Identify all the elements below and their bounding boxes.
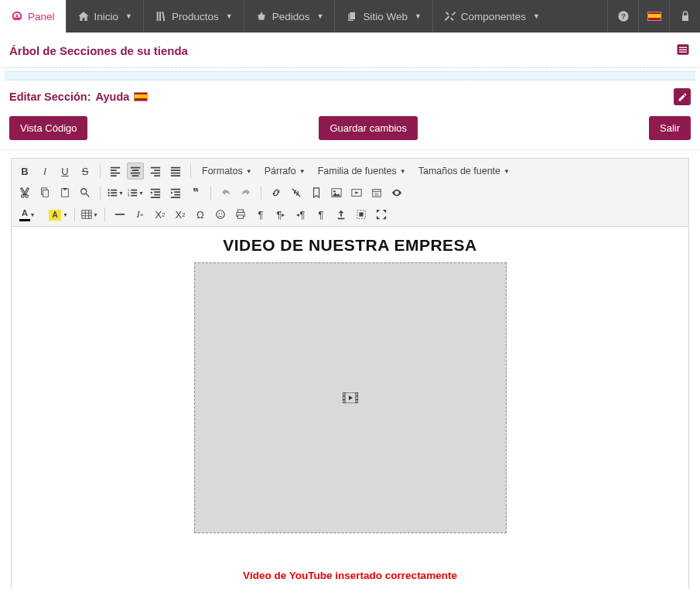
tools-icon: [444, 10, 456, 22]
editor-canvas[interactable]: VIDEO DE NUESTRA EMPRESA Vídeo de YouTub…: [12, 227, 688, 589]
align-right-button[interactable]: [147, 163, 164, 180]
preview-button[interactable]: [388, 184, 405, 201]
bookmark-button[interactable]: [308, 184, 325, 201]
svg-rect-29: [237, 215, 243, 218]
media-button[interactable]: [348, 184, 365, 201]
outdent-button[interactable]: [147, 184, 164, 201]
svg-rect-3: [679, 47, 687, 48]
ltr-button[interactable]: ¶▸: [272, 206, 289, 223]
underline-button[interactable]: U: [56, 163, 73, 180]
font-sizes-menu[interactable]: Tamaños de fuente▼: [414, 163, 514, 180]
nav-pedidos-label: Pedidos: [272, 11, 310, 22]
bullet-list-button[interactable]: ▼: [107, 184, 124, 201]
text-color-button[interactable]: A▼: [16, 206, 33, 223]
blockquote-button[interactable]: ‟: [187, 184, 204, 201]
select-all-button[interactable]: [353, 206, 370, 223]
svg-text:3: 3: [128, 193, 130, 197]
redo-button[interactable]: [237, 184, 254, 201]
strikethrough-button[interactable]: S: [77, 163, 94, 180]
flag-es-icon: [647, 12, 661, 21]
cut-button[interactable]: [16, 184, 33, 201]
help-icon[interactable]: ?: [607, 0, 638, 33]
nav-pedidos[interactable]: Pedidos ▼: [244, 0, 335, 33]
italic-button[interactable]: I: [36, 163, 53, 180]
table-button[interactable]: ▼: [81, 206, 98, 223]
image-button[interactable]: [328, 184, 345, 201]
info-band: [5, 71, 695, 80]
copy-icon: [346, 10, 358, 22]
hr-button[interactable]: [111, 206, 128, 223]
print-button[interactable]: [232, 206, 249, 223]
exit-button[interactable]: Salir: [649, 116, 691, 140]
svg-point-11: [108, 189, 110, 190]
edit-section-title: Editar Sección: Ayuda: [9, 91, 674, 103]
paste-button[interactable]: [56, 184, 73, 201]
bg-color-button[interactable]: A▼: [49, 206, 68, 223]
date-button[interactable]: 31: [368, 184, 385, 201]
pilcrow2-button[interactable]: ¶: [312, 206, 330, 223]
edit-prefix-label: Editar Sección:: [9, 91, 91, 103]
font-family-menu[interactable]: Familia de fuentes▼: [313, 163, 411, 180]
undo-button[interactable]: [217, 184, 234, 201]
section-tree-header: Árbol de Secciones de su tienda: [0, 33, 700, 68]
copy-button[interactable]: [36, 184, 53, 201]
edit-button[interactable]: [674, 88, 691, 105]
list-view-button[interactable]: [675, 42, 691, 60]
nav-inicio-label: Inicio: [94, 11, 119, 22]
svg-point-12: [108, 192, 110, 193]
chevron-down-icon: ▼: [316, 12, 323, 20]
svg-text:?: ?: [621, 12, 626, 20]
save-button[interactable]: Guardar cambios: [319, 116, 418, 140]
basket-icon: [255, 10, 268, 22]
upload-button[interactable]: [333, 206, 350, 223]
find-replace-button[interactable]: [77, 184, 94, 201]
align-left-button[interactable]: [107, 163, 124, 180]
special-char-button[interactable]: Ω: [192, 206, 209, 223]
link-button[interactable]: [268, 184, 285, 201]
svg-text:31: 31: [374, 192, 379, 197]
svg-rect-9: [63, 188, 67, 190]
align-justify-button[interactable]: [167, 163, 184, 180]
edit-section-name: Ayuda: [96, 91, 130, 103]
video-placeholder[interactable]: [194, 262, 507, 533]
formats-label: Formatos: [202, 166, 243, 176]
language-flag[interactable]: [638, 0, 669, 33]
emoji-button[interactable]: [212, 206, 229, 223]
lock-icon[interactable]: [669, 0, 700, 33]
formats-menu[interactable]: Formatos▼: [197, 163, 257, 180]
superscript-button[interactable]: X2: [172, 206, 189, 223]
annotation-text: Vídeo de YouTube insertado correctamente: [243, 570, 457, 581]
edit-section-header: Editar Sección: Ayuda: [0, 80, 700, 111]
fullscreen-button[interactable]: [373, 206, 390, 223]
numbered-list-button[interactable]: 123▼: [127, 184, 144, 201]
subscript-button[interactable]: X2: [152, 206, 169, 223]
chevron-down-icon: ▼: [226, 12, 233, 20]
svg-rect-34: [356, 392, 358, 403]
indent-button[interactable]: [167, 184, 184, 201]
nav-componentes[interactable]: Componentes ▼: [432, 0, 551, 33]
svg-point-10: [81, 189, 87, 194]
svg-rect-33: [343, 392, 345, 403]
chevron-down-icon: ▼: [415, 12, 422, 20]
nav-panel[interactable]: Panel: [0, 0, 66, 33]
bold-button[interactable]: B: [16, 163, 33, 180]
chevron-down-icon: ▼: [533, 12, 540, 20]
unlink-button[interactable]: [288, 184, 305, 201]
rtl-button[interactable]: ◂¶: [292, 206, 309, 223]
align-center-button[interactable]: [127, 163, 144, 180]
clear-format-button[interactable]: I×: [131, 206, 149, 223]
view-code-button[interactable]: Vista Código: [9, 116, 87, 140]
nav-productos[interactable]: Productos ▼: [143, 0, 244, 33]
pilcrow-button[interactable]: ¶: [252, 206, 269, 223]
action-row: Vista Código Guardar cambios Salir: [0, 111, 700, 150]
nav-sitioweb[interactable]: Sitio Web ▼: [334, 0, 432, 33]
svg-point-25: [218, 213, 219, 214]
nav-inicio[interactable]: Inicio ▼: [66, 0, 143, 33]
svg-point-26: [221, 213, 222, 214]
home-icon: [77, 10, 90, 22]
film-icon: [343, 392, 358, 403]
books-icon: [155, 10, 167, 22]
svg-point-18: [333, 190, 336, 193]
paragraph-menu[interactable]: Párrafo▼: [260, 163, 310, 180]
section-tree-title: Árbol de Secciones de su tienda: [9, 44, 675, 57]
